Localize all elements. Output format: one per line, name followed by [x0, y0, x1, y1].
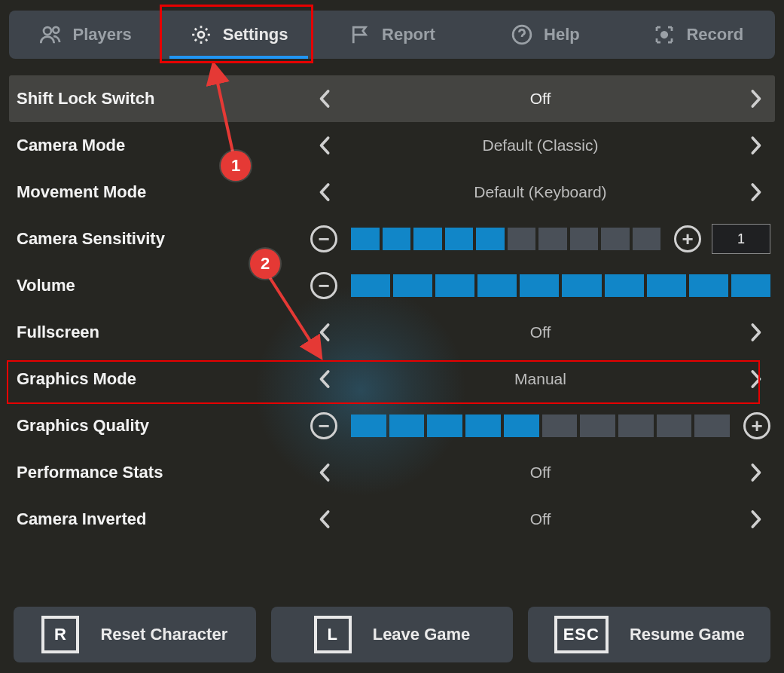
players-icon	[40, 23, 63, 46]
key-badge: ESC	[554, 616, 609, 653]
gear-icon	[190, 23, 212, 46]
tab-label: Help	[544, 25, 580, 44]
slider-segment	[731, 274, 770, 297]
row-volume: Volume −	[9, 262, 775, 309]
slider-segment	[383, 228, 411, 250]
chevron-left-icon[interactable]	[310, 177, 340, 207]
setting-label: Fullscreen	[17, 323, 310, 342]
row-shift-lock: Shift Lock Switch Off	[9, 75, 775, 122]
sensitivity-input[interactable]	[712, 224, 770, 254]
setting-label: Volume	[17, 276, 310, 295]
chevron-left-icon[interactable]	[310, 317, 340, 347]
setting-label: Camera Sensitivity	[17, 229, 310, 249]
minus-button[interactable]: −	[310, 225, 337, 252]
setting-label: Graphics Quality	[17, 416, 310, 436]
plus-button[interactable]: +	[743, 412, 770, 439]
setting-label: Graphics Mode	[17, 369, 310, 389]
setting-label: Camera Mode	[17, 136, 310, 155]
slider-segment	[657, 415, 692, 437]
slider-segment	[393, 274, 432, 297]
slider-segment	[476, 228, 505, 250]
reset-character-button[interactable]: R Reset Character	[14, 607, 256, 662]
chevron-left-icon[interactable]	[310, 364, 340, 394]
chevron-right-icon[interactable]	[740, 130, 770, 161]
setting-value: Off	[340, 323, 740, 341]
tab-label: Record	[686, 25, 743, 44]
slider-segment	[605, 274, 644, 297]
slider-segment	[389, 415, 425, 437]
settings-list: Shift Lock Switch Off Camera Mode Defaul…	[9, 75, 775, 543]
quality-slider[interactable]	[351, 415, 730, 437]
slider-segment	[601, 228, 630, 250]
slider-segment	[477, 274, 517, 297]
setting-value: Default (Classic)	[340, 136, 740, 154]
tab-settings[interactable]: Settings	[162, 11, 315, 59]
slider-segment	[580, 415, 615, 437]
slider-segment	[351, 415, 386, 437]
chevron-right-icon[interactable]	[740, 177, 770, 207]
chevron-right-icon[interactable]	[740, 504, 770, 534]
slider-segment	[520, 274, 559, 297]
chevron-left-icon[interactable]	[310, 130, 340, 161]
key-badge: L	[314, 616, 352, 653]
svg-point-4	[662, 32, 668, 38]
chevron-left-icon[interactable]	[310, 84, 340, 114]
slider-segment	[465, 415, 501, 437]
slider-segment	[694, 415, 730, 437]
chevron-right-icon[interactable]	[740, 317, 770, 347]
plus-button[interactable]: +	[674, 225, 701, 252]
help-icon	[511, 23, 533, 46]
resume-game-button[interactable]: ESC Resume Game	[528, 607, 770, 662]
volume-slider[interactable]	[351, 274, 770, 297]
tab-label: Players	[73, 25, 132, 44]
slider-segment	[351, 274, 390, 297]
row-camera-mode: Camera Mode Default (Classic)	[9, 122, 775, 169]
slider-segment	[538, 228, 567, 250]
tab-label: Settings	[223, 25, 288, 44]
slider-segment	[435, 274, 474, 297]
slider-segment	[689, 274, 728, 297]
tab-report[interactable]: Report	[316, 11, 468, 59]
slider-segment	[542, 415, 578, 437]
chevron-left-icon[interactable]	[310, 457, 340, 488]
chevron-right-icon[interactable]	[740, 364, 770, 394]
setting-label: Performance Stats	[17, 463, 310, 482]
row-camera-inverted: Camera Inverted Off	[9, 496, 775, 543]
svg-point-1	[53, 27, 59, 33]
leave-game-button[interactable]: L Leave Game	[271, 607, 514, 662]
row-camera-sensitivity: Camera Sensitivity − +	[9, 216, 775, 262]
sensitivity-slider[interactable]	[351, 228, 660, 250]
bottom-bar: R Reset Character L Leave Game ESC Resum…	[14, 607, 770, 662]
slider-segment	[445, 228, 474, 250]
tab-record[interactable]: Record	[622, 11, 775, 59]
row-performance-stats: Performance Stats Off	[9, 449, 775, 496]
slider-segment	[570, 228, 599, 250]
minus-button[interactable]: −	[310, 412, 337, 439]
chevron-left-icon[interactable]	[310, 504, 340, 534]
slider-segment	[633, 228, 661, 250]
menu-tabs: Players Settings Report Help Record	[9, 11, 775, 59]
slider-segment	[647, 274, 686, 297]
chevron-right-icon[interactable]	[740, 84, 770, 114]
slider-segment	[351, 228, 380, 250]
tab-players[interactable]: Players	[9, 11, 162, 59]
tab-label: Report	[382, 25, 435, 44]
row-graphics-quality: Graphics Quality − +	[9, 402, 775, 449]
setting-value: Default (Keyboard)	[340, 183, 740, 201]
setting-label: Camera Inverted	[17, 509, 310, 529]
setting-value: Off	[340, 90, 740, 108]
minus-button[interactable]: −	[310, 272, 337, 299]
row-movement-mode: Movement Mode Default (Keyboard)	[9, 169, 775, 216]
setting-value: Off	[340, 510, 740, 528]
key-badge: R	[41, 616, 79, 653]
chevron-right-icon[interactable]	[740, 457, 770, 488]
row-graphics-mode: Graphics Mode Manual	[9, 356, 775, 402]
svg-point-2	[198, 32, 204, 38]
tab-help[interactable]: Help	[468, 11, 621, 59]
button-label: Resume Game	[630, 625, 745, 644]
slider-segment	[508, 228, 536, 250]
row-fullscreen: Fullscreen Off	[9, 309, 775, 356]
record-icon	[653, 23, 676, 46]
slider-segment	[413, 228, 442, 250]
button-label: Reset Character	[100, 625, 227, 644]
